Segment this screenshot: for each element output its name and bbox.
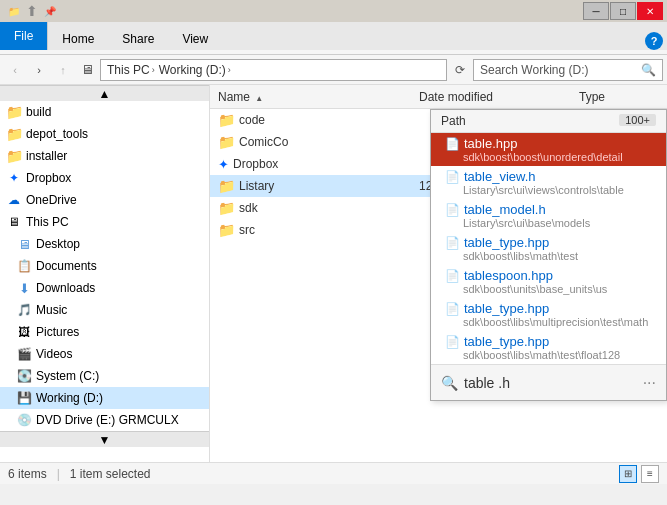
ac-filename-1: table_view.h — [464, 169, 536, 184]
address-segment-thispc: This PC › — [107, 63, 155, 77]
scroll-down-button[interactable]: ▼ — [0, 431, 209, 447]
ac-filename-5: table_type.hpp — [464, 301, 549, 316]
autocomplete-search-text: table .h — [464, 375, 510, 391]
file-icon-6: 📄 — [445, 335, 460, 349]
address-working-label: Working (D:) — [159, 63, 226, 77]
sidebar-item-pictures[interactable]: 🖼 Pictures — [0, 321, 209, 343]
col-type-header[interactable]: Type — [579, 90, 659, 104]
ac-filename-3: table_type.hpp — [464, 235, 549, 250]
file-name-dropbox: ✦ Dropbox — [218, 157, 419, 172]
view-tiles-button[interactable]: ⊞ — [619, 465, 637, 483]
desktop-icon: 🖥 — [16, 236, 32, 252]
address-chevron-1: › — [152, 65, 155, 75]
autocomplete-dots[interactable]: ··· — [643, 374, 656, 392]
autocomplete-item-3[interactable]: 📄 table_type.hpp sdk\boost\libs\math\tes… — [431, 232, 666, 265]
pc-icon: 🖥 — [6, 214, 22, 230]
address-bar[interactable]: This PC › Working (D:) › — [100, 59, 447, 81]
ac-main-text-4: 📄 tablespoon.hpp — [445, 268, 656, 283]
close-button[interactable]: ✕ — [637, 2, 663, 20]
ac-main-text-1: 📄 table_view.h — [445, 169, 656, 184]
tab-view[interactable]: View — [168, 28, 222, 50]
dropbox-icon: ✦ — [218, 157, 229, 172]
autocomplete-item-0[interactable]: 📄 table.hpp sdk\boost\boost\unordered\de… — [431, 133, 666, 166]
tab-home[interactable]: Home — [48, 28, 108, 50]
sidebar-item-desktop[interactable]: 🖥 Desktop — [0, 233, 209, 255]
item-count: 6 items — [8, 467, 47, 481]
address-chevron-2: › — [228, 65, 231, 75]
sidebar-item-label: build — [26, 105, 51, 119]
help-button[interactable]: ? — [645, 32, 663, 50]
sidebar-item-installer[interactable]: 📁 installer — [0, 145, 209, 167]
file-icon-5: 📄 — [445, 302, 460, 316]
maximize-button[interactable]: □ — [610, 2, 636, 20]
sidebar-item-onedrive[interactable]: ☁ OneDrive — [0, 189, 209, 211]
ribbon: File Home Share View ? — [0, 22, 667, 55]
ac-filename-6: table_type.hpp — [464, 334, 549, 349]
sidebar-item-dvd-e[interactable]: 💿 DVD Drive (E:) GRMCULX — [0, 409, 209, 431]
status-bar-right: ⊞ ≡ — [619, 465, 659, 483]
sidebar-item-dropbox[interactable]: ✦ Dropbox — [0, 167, 209, 189]
col-name-header[interactable]: Name ▲ — [218, 90, 419, 104]
view-list-button[interactable]: ≡ — [641, 465, 659, 483]
file-name-sdk: 📁 sdk — [218, 200, 419, 216]
onedrive-icon: ☁ — [6, 192, 22, 208]
sidebar-item-label: Videos — [36, 347, 72, 361]
sidebar-item-build[interactable]: 📁 build — [0, 101, 209, 123]
up-button[interactable]: ↑ — [52, 59, 74, 81]
col-date-header[interactable]: Date modified — [419, 90, 579, 104]
status-bar: 6 items | 1 item selected ⊞ ≡ — [0, 462, 667, 484]
tab-file[interactable]: File — [0, 22, 48, 50]
folder-icon: 📁 — [6, 126, 22, 142]
autocomplete-item-5[interactable]: 📄 table_type.hpp sdk\boost\libs\multipre… — [431, 298, 666, 331]
address-thispc-label: This PC — [107, 63, 150, 77]
music-icon: 🎵 — [16, 302, 32, 318]
search-text: Search Working (D:) — [480, 63, 637, 77]
folder-icon: 📁 — [218, 200, 235, 216]
file-name-listary: 📁 Listary — [218, 178, 419, 194]
refresh-button[interactable]: ⟳ — [449, 59, 471, 81]
autocomplete-dropdown: Path 100+ 📄 table.hpp sdk\boost\boost\un… — [430, 109, 667, 401]
autocomplete-item-4[interactable]: 📄 tablespoon.hpp sdk\boost\units\base_un… — [431, 265, 666, 298]
folder-icon: 📁 — [6, 148, 22, 164]
file-name-src: 📁 src — [218, 222, 419, 238]
forward-button[interactable]: › — [28, 59, 50, 81]
tab-share[interactable]: Share — [108, 28, 168, 50]
file-list: Name ▲ Date modified Type 📁 code 📁 Comic… — [210, 85, 667, 462]
back-button[interactable]: ‹ — [4, 59, 26, 81]
title-bar: 📁 ⬆ 📌 ─ □ ✕ — [0, 0, 667, 22]
window-icon: 📁 — [6, 3, 22, 19]
file-icon-1: 📄 — [445, 170, 460, 184]
search-icon: 🔍 — [641, 63, 656, 77]
ac-main-text-6: 📄 table_type.hpp — [445, 334, 656, 349]
sidebar-item-label: Desktop — [36, 237, 80, 251]
ac-sub-text-6: sdk\boost\libs\math\test\float128 — [445, 349, 656, 361]
sidebar-item-thispc[interactable]: 🖥 This PC — [0, 211, 209, 233]
sidebar-item-label: depot_tools — [26, 127, 88, 141]
scroll-up-button[interactable]: ▲ — [0, 85, 209, 101]
title-bar-controls: ─ □ ✕ — [583, 2, 663, 20]
item-selected: 1 item selected — [70, 467, 151, 481]
folder-icon: 📁 — [6, 104, 22, 120]
drive-d-icon: 💾 — [16, 390, 32, 406]
sidebar-item-label: Downloads — [36, 281, 95, 295]
sidebar-item-depot-tools[interactable]: 📁 depot_tools — [0, 123, 209, 145]
autocomplete-item-6[interactable]: 📄 table_type.hpp sdk\boost\libs\math\tes… — [431, 331, 666, 364]
ribbon-tabs: File Home Share View ? — [0, 22, 667, 50]
sidebar-item-working-d[interactable]: 💾 Working (D:) — [0, 387, 209, 409]
minimize-button[interactable]: ─ — [583, 2, 609, 20]
sidebar-item-documents[interactable]: 📋 Documents — [0, 255, 209, 277]
sidebar-item-downloads[interactable]: ⬇ Downloads — [0, 277, 209, 299]
sidebar-item-system-c[interactable]: 💽 System (C:) — [0, 365, 209, 387]
nav-bar: ‹ › ↑ 🖥 This PC › Working (D:) › ⟳ Searc… — [0, 55, 667, 85]
sidebar-item-music[interactable]: 🎵 Music — [0, 299, 209, 321]
sidebar-item-label: OneDrive — [26, 193, 77, 207]
ac-sub-text-0: sdk\boost\boost\unordered\detail — [445, 151, 656, 163]
file-list-header: Name ▲ Date modified Type — [210, 85, 667, 109]
sidebar: ▲ 📁 build 📁 depot_tools 📁 installer ✦ Dr… — [0, 85, 210, 462]
quick-access-icon: ⬆ — [24, 3, 40, 19]
autocomplete-item-1[interactable]: 📄 table_view.h Listary\src\ui\views\cont… — [431, 166, 666, 199]
pin-icon: 📌 — [42, 3, 58, 19]
sidebar-item-videos[interactable]: 🎬 Videos — [0, 343, 209, 365]
autocomplete-item-2[interactable]: 📄 table_model.h Listary\src\ui\base\mode… — [431, 199, 666, 232]
search-bar[interactable]: Search Working (D:) 🔍 — [473, 59, 663, 81]
